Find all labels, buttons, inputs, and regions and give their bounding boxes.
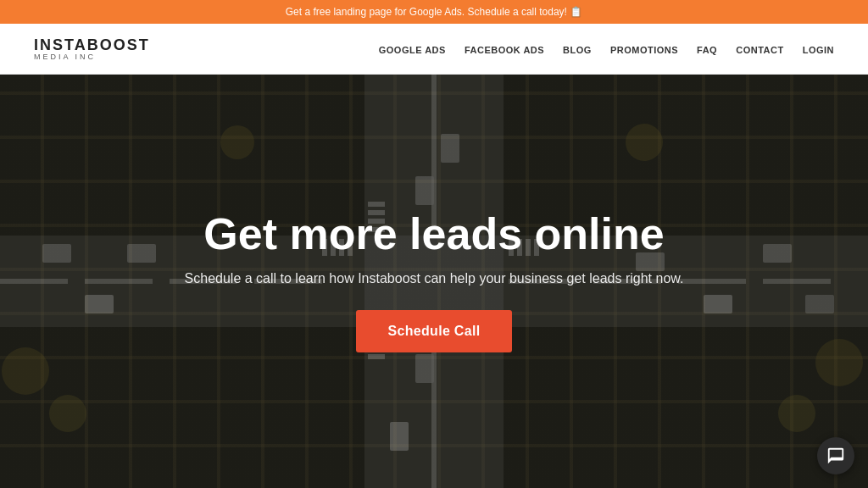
nav-item: FAQ [697, 42, 717, 57]
hero-title: Get more leads online [185, 210, 684, 258]
chat-icon [826, 446, 845, 465]
svg-rect-39 [805, 295, 834, 313]
svg-rect-38 [763, 244, 792, 263]
svg-rect-29 [415, 176, 434, 205]
hero-subtitle: Schedule a call to learn how Instaboost … [185, 271, 684, 286]
nav-link[interactable]: BLOG [563, 45, 592, 55]
nav-link[interactable]: GOOGLE ADS [379, 45, 446, 55]
nav-link[interactable]: PROMOTIONS [610, 45, 678, 55]
nav-item: FACEBOOK ADS [465, 42, 544, 57]
logo-sub: MEDIA INC [34, 53, 96, 61]
nav-item: GOOGLE ADS [379, 42, 446, 57]
nav-link[interactable]: FACEBOOK ADS [465, 45, 544, 55]
svg-point-40 [2, 347, 49, 395]
hero-content: Get more leads online Schedule a call to… [168, 210, 701, 352]
svg-rect-33 [127, 244, 156, 263]
banner-text: Get a free landing page for Google Ads. … [286, 6, 583, 18]
svg-rect-34 [85, 295, 114, 313]
svg-point-43 [815, 339, 863, 386]
nav-link[interactable]: CONTACT [736, 45, 783, 55]
svg-rect-6 [85, 279, 153, 284]
nav-links: GOOGLE ADSFACEBOOK ADSBLOGPROMOTIONSFAQC… [379, 42, 834, 57]
svg-rect-31 [415, 354, 434, 383]
top-banner: Get a free landing page for Google Ads. … [0, 0, 868, 24]
hero-section: Get more leads online Schedule a call to… [0, 75, 868, 488]
nav-item: LOGIN [803, 42, 834, 57]
logo-main: INSTABOOST [34, 36, 150, 54]
svg-rect-20 [368, 354, 385, 359]
svg-rect-30 [441, 134, 459, 163]
navbar: INSTABOOST MEDIA INC GOOGLE ADSFACEBOOK … [0, 24, 868, 75]
svg-point-41 [49, 395, 86, 432]
svg-rect-32 [390, 422, 409, 451]
nav-item: CONTACT [736, 42, 783, 57]
schedule-call-button[interactable]: Schedule Call [356, 310, 513, 352]
nav-link[interactable]: FAQ [697, 45, 717, 55]
svg-rect-37 [704, 295, 732, 313]
svg-rect-13 [368, 202, 385, 207]
svg-rect-3 [431, 75, 437, 231]
svg-rect-5 [0, 279, 68, 284]
nav-item: BLOG [563, 42, 592, 57]
svg-point-42 [220, 125, 254, 159]
logo: INSTABOOST MEDIA INC [34, 36, 150, 61]
chat-bubble-button[interactable] [817, 437, 854, 474]
svg-rect-35 [42, 244, 71, 263]
svg-point-45 [626, 124, 663, 161]
svg-point-44 [778, 395, 815, 432]
svg-rect-12 [763, 279, 831, 284]
nav-link[interactable]: LOGIN [803, 45, 834, 55]
nav-item: PROMOTIONS [610, 42, 678, 57]
